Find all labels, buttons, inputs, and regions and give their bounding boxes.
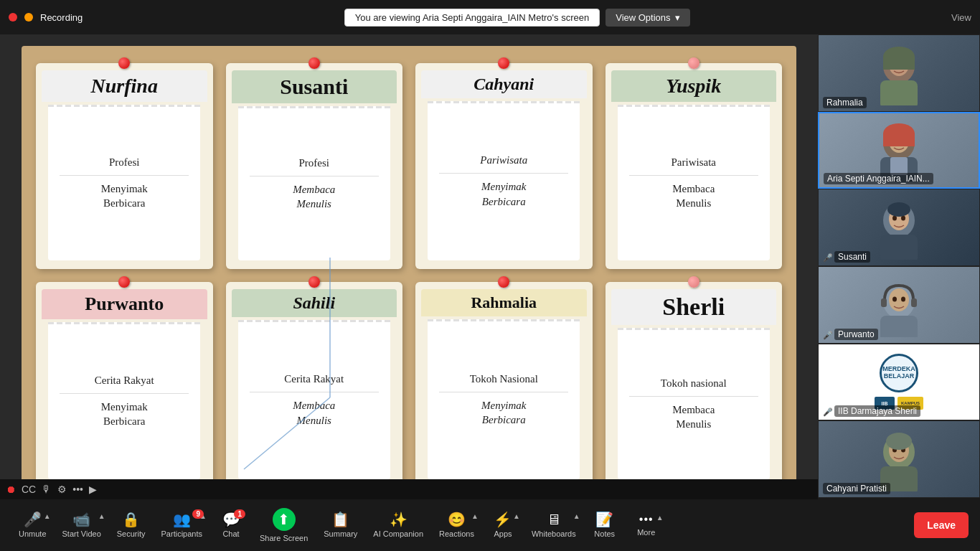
card-note-nurfina: Profesi MenyimakBerbicara xyxy=(48,105,200,260)
small-record-icon[interactable]: ⏺ xyxy=(6,484,16,495)
more-arrow: ▲ xyxy=(656,514,664,522)
chat-badge: 1 xyxy=(234,509,245,519)
ai-companion-icon: ✨ xyxy=(390,512,407,527)
board-container: Nurfina Profesi MenyimakBerbicara Susant… xyxy=(22,46,796,505)
participant-name-purwanto: Purwanto xyxy=(834,329,878,340)
participant-name-iib: IIB Darmajaya Sherli xyxy=(834,405,920,417)
card-note-sherli: Tokoh nasional MembacaMenulis xyxy=(618,328,770,479)
unmute-arrow: ▲ xyxy=(44,512,51,520)
card-note-cahyani: Pariwisata MenyimakBerbicara xyxy=(428,101,580,260)
card-sahili: Sahili Cerita Rakyat MembacaMenulis xyxy=(226,282,403,488)
toolbar-apps[interactable]: ▲ ⚡ Apps xyxy=(483,508,523,542)
pin-nurfina xyxy=(118,57,130,69)
small-mic-icon[interactable]: 🎙 xyxy=(42,484,52,495)
iib-logo: MERDEKABELAJAR xyxy=(880,354,918,392)
participants-label: Participants xyxy=(161,529,202,538)
recording-label: Recording xyxy=(40,12,83,23)
pin-susanti xyxy=(308,57,320,69)
security-label: Security xyxy=(117,529,146,538)
share-screen-label: Share Screen xyxy=(260,534,308,542)
card-rahmalia: Rahmalia Tokoh Nasional MenyimakBerbicar… xyxy=(415,282,593,488)
card-name-cahyani: Cahyani xyxy=(473,75,534,93)
mic-icon-susanti: 🎤 xyxy=(823,253,833,263)
more-label: More xyxy=(637,528,655,537)
reactions-icon: 😊 xyxy=(448,512,466,527)
toolbar-left: ▲ 🎤 Unmute ▲ 📹 Start Video 🔒 Security ▲ … xyxy=(11,504,666,547)
notes-icon: 📝 xyxy=(595,512,613,527)
participant-name-aria: Aria Septi Anggaira_IAIN... xyxy=(824,173,933,184)
toolbar-notes[interactable]: 📝 Notes xyxy=(585,508,625,542)
security-icon: 🔒 xyxy=(122,512,140,527)
participant-tile-rahmalia: Rahmalia xyxy=(818,34,980,112)
participant-tile-aria: Aria Septi Anggaira_IAIN... xyxy=(818,112,980,189)
card-note-yuspik: Pariwisata MembacaMenulis xyxy=(618,105,770,260)
card-note-sahili: Cerita Rakyat MembacaMenulis xyxy=(238,320,390,479)
pin-cahyani xyxy=(498,57,509,69)
view-options-button[interactable]: View Options ▾ xyxy=(606,9,689,27)
unmute-icon: 🎤 xyxy=(24,512,42,527)
participant-tile-susanti: 🎤 Susanti xyxy=(818,189,980,266)
pin-sherli xyxy=(688,276,699,288)
svg-point-27 xyxy=(901,296,905,301)
toolbar-security[interactable]: 🔒 Security xyxy=(110,508,153,542)
card-purwanto: Purwanto Cerita Rakyat MenyimakBerbicara xyxy=(36,282,213,488)
mic-icon-purwanto: 🎤 xyxy=(823,331,833,340)
reactions-label: Reactions xyxy=(439,529,474,538)
participant-name-susanti: Susanti xyxy=(834,251,870,263)
toolbar-reactions[interactable]: ▲ 😊 Reactions xyxy=(432,508,481,542)
svg-point-35 xyxy=(886,433,912,450)
svg-rect-3 xyxy=(880,80,918,105)
toolbar-share-screen[interactable]: ⬆ Share Screen xyxy=(253,504,315,547)
card-name-sherli: Sherli xyxy=(662,293,725,320)
toolbar-unmute[interactable]: ▲ 🎤 Unmute xyxy=(11,508,54,542)
card-sherli: Sherli Tokoh nasional MembacaMenulis xyxy=(606,282,783,488)
svg-rect-28 xyxy=(881,298,887,307)
top-bar-left: Recording xyxy=(9,12,83,23)
card-susanti: Susanti Profesi MembacaMenulis xyxy=(226,63,403,269)
view-button[interactable]: View xyxy=(951,12,971,23)
toolbar-summary[interactable]: 📋 Summary xyxy=(316,508,364,542)
screen-banner: You are viewing Aria Septi Anggaira_IAIN… xyxy=(344,9,600,27)
svg-rect-24 xyxy=(880,316,918,337)
toolbar-chat[interactable]: 1 💬 Chat xyxy=(211,508,251,542)
pin-yuspik xyxy=(688,57,699,69)
small-more-icon[interactable]: ••• xyxy=(72,484,83,495)
svg-point-26 xyxy=(892,296,897,301)
record-orange-dot xyxy=(24,13,33,22)
participant-tile-cahyani: Cahyani Pratisti xyxy=(818,420,980,498)
leave-button[interactable]: Leave xyxy=(914,512,969,538)
apps-label: Apps xyxy=(494,529,512,538)
card-name-purwanto: Purwanto xyxy=(85,293,164,314)
toolbar-start-video[interactable]: ▲ 📹 Start Video xyxy=(55,508,108,542)
participant-name-cahyani: Cahyani Pratisti xyxy=(823,483,890,494)
unmute-label: Unmute xyxy=(19,529,47,538)
svg-rect-15 xyxy=(883,133,915,146)
small-play-icon[interactable]: ▶ xyxy=(89,484,97,495)
whiteboards-label: Whiteboards xyxy=(532,529,576,538)
card-nurfina: Nurfina Profesi MenyimakBerbicara xyxy=(36,63,213,269)
toolbar-participants[interactable]: ▲ 9 👥 Participants xyxy=(154,508,209,542)
summary-icon: 📋 xyxy=(331,512,349,527)
card-name-yuspik: Yuspik xyxy=(666,75,721,97)
participant-tile-purwanto: 🎤 Purwanto xyxy=(818,266,980,344)
bottom-bar: ▲ 🎤 Unmute ▲ 📹 Start Video 🔒 Security ▲ … xyxy=(0,499,980,551)
small-cc-icon[interactable]: CC xyxy=(22,484,36,495)
small-settings-icon[interactable]: ⚙ xyxy=(57,484,67,495)
card-note-purwanto: Cerita Rakyat MenyimakBerbicara xyxy=(48,322,200,479)
whiteboards-icon: 🖥 xyxy=(547,512,561,527)
record-red-dot xyxy=(9,13,17,22)
participant-tile-iib: MERDEKABELAJAR IIB KAMPUS 🎤 IIB Darmajay… xyxy=(818,344,980,421)
card-cahyani: Cahyani Pariwisata MenyimakBerbicara xyxy=(415,63,593,269)
participants-icon: 👥 xyxy=(173,512,191,527)
card-note-rahmalia: Tokoh Nasional MenyimakBerbicara xyxy=(428,319,580,479)
participants-badge: 9 xyxy=(192,509,204,519)
toolbar-whiteboards[interactable]: ▲ 🖥 Whiteboards xyxy=(524,508,583,542)
notes-label: Notes xyxy=(594,529,615,538)
more-icon: ••• xyxy=(639,514,654,525)
mic-icon-iib: 🎤 xyxy=(823,408,833,417)
toolbar-more[interactable]: ▲ ••• More xyxy=(626,509,666,541)
toolbar-ai-companion[interactable]: ✨ AI Companion xyxy=(366,508,430,542)
card-name-sahili: Sahili xyxy=(293,293,335,312)
pin-sahili xyxy=(308,276,320,288)
top-bar: Recording You are viewing Aria Septi Ang… xyxy=(0,0,980,34)
